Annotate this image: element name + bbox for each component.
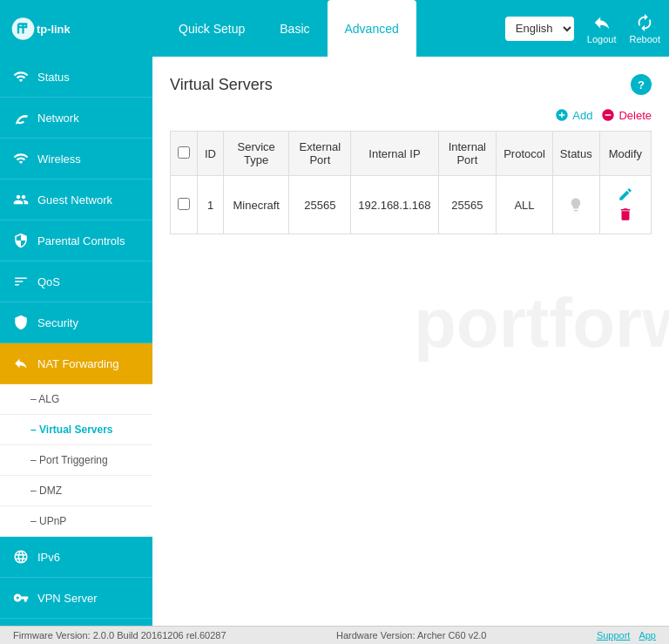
col-protocol: Protocol [497,132,553,176]
sidebar-item-nat[interactable]: NAT Forwarding [0,343,152,384]
col-internal-ip: Internal IP [351,132,438,176]
sidebar-item-ipv6[interactable]: IPv6 [0,537,152,578]
row-checkbox[interactable] [178,198,190,210]
sidebar-item-network[interactable]: Network [0,98,152,139]
nav-advanced[interactable]: Advanced [328,0,416,57]
delete-label: Delete [618,109,652,122]
nav-right: English Logout Reboot [505,13,660,44]
sidebar-sub-alg[interactable]: – ALG [0,384,152,415]
sidebar-item-parental[interactable]: Parental Controls [0,220,152,261]
sidebar-sub-port-triggering[interactable]: – Port Triggering [0,445,152,476]
logo-area: tp-link [9,11,161,46]
sidebar-sub-virtual-servers[interactable]: – Virtual Servers [0,415,152,445]
add-label: Add [572,109,592,122]
col-id: ID [198,132,224,176]
row-delete-icon[interactable] [616,205,635,224]
sidebar-label-wireless: Wireless [37,153,81,166]
row-protocol: ALL [497,176,553,234]
page-header: Virtual Servers ? [170,74,652,95]
sidebar-label-nat: NAT Forwarding [37,357,118,370]
sidebar-label-network: Network [37,112,79,125]
row-service-type: Minecraft [224,176,289,234]
sidebar-item-qos[interactable]: QoS [0,261,152,302]
nav-basic[interactable]: Basic [262,0,327,57]
status-footer: Firmware Version: 2.0.0 Build 20161206 r… [0,626,669,644]
table-toolbar: Add Delete [170,108,652,122]
sidebar-sub-menu: – ALG – Virtual Servers – Port Triggerin… [0,384,152,537]
help-button[interactable]: ? [631,74,652,95]
sidebar-label-vpn: VPN Server [37,592,98,605]
table-row: 1 Minecraft 25565 192.168.1.168 25565 AL… [171,176,652,234]
row-modify-cell [599,176,651,234]
sidebar-label-ipv6: IPv6 [37,551,60,564]
nav-quick-setup[interactable]: Quick Setup [161,0,262,57]
row-status-cell [552,176,599,234]
footer-links: Support App [597,630,656,641]
delete-button[interactable]: Delete [601,108,652,122]
sidebar: Status Network Wireless Guest Network Pa… [0,57,152,626]
page-title: Virtual Servers [170,76,273,94]
sidebar-item-wireless[interactable]: Wireless [0,139,152,180]
sidebar-item-vpn[interactable]: VPN Server [0,578,152,619]
firmware-version: Firmware Version: 2.0.0 Build 20161206 r… [13,630,226,641]
sidebar-label-qos: QoS [37,275,60,288]
app-link[interactable]: App [639,630,656,641]
row-checkbox-cell [171,176,198,234]
row-internal-ip: 192.168.1.168 [351,176,438,234]
col-checkbox [171,132,198,176]
delete-icon [601,108,615,122]
add-icon [555,108,569,122]
sidebar-sub-dmz[interactable]: – DMZ [0,476,152,506]
nav-links: Quick Setup Basic Advanced [161,0,505,57]
status-bulb-icon[interactable] [566,195,585,214]
col-service-type: Service Type [224,132,289,176]
sidebar-sub-upnp[interactable]: – UPnP [0,506,152,537]
col-external-port: External Port [289,132,351,176]
language-select[interactable]: English [505,17,574,41]
col-modify: Modify [599,132,651,176]
watermark: portforward [414,283,669,363]
row-internal-port: 25565 [438,176,497,234]
sidebar-item-security[interactable]: Security [0,302,152,343]
virtual-servers-table: ID Service Type External Port Internal I… [170,131,652,234]
main-content: Virtual Servers ? Add Delete portforward… [152,57,669,626]
add-button[interactable]: Add [555,108,592,122]
select-all-checkbox[interactable] [178,146,190,159]
col-internal-port: Internal Port [438,132,497,176]
svg-text:tp-link: tp-link [37,22,71,35]
logout-button[interactable]: Logout [587,13,617,44]
support-link[interactable]: Support [597,630,631,641]
hardware-version: Hardware Version: Archer C60 v2.0 [336,630,486,641]
sidebar-item-status[interactable]: Status [0,57,152,98]
sidebar-label-parental: Parental Controls [37,234,125,247]
sidebar-item-system-tools[interactable]: System Tools [0,619,152,626]
reboot-button[interactable]: Reboot [630,13,660,44]
row-id: 1 [198,176,224,234]
sidebar-item-guest-network[interactable]: Guest Network [0,180,152,220]
sidebar-label-guest-network: Guest Network [37,193,112,207]
sidebar-label-security: Security [37,316,78,329]
edit-icon[interactable] [616,185,635,204]
col-status: Status [552,132,599,176]
sidebar-label-status: Status [37,71,70,84]
row-external-port: 25565 [289,176,351,234]
